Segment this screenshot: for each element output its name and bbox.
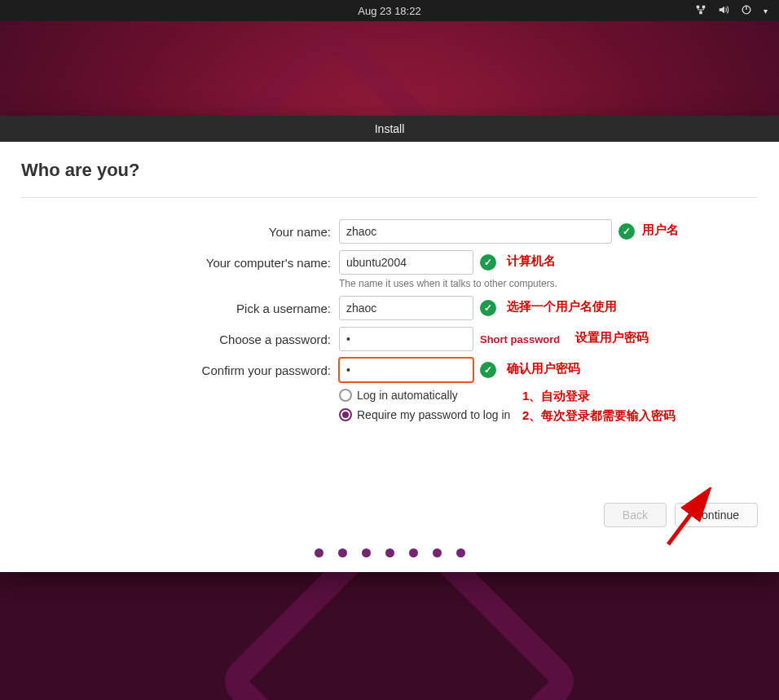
row-confirm: Confirm your password: 确认用户密码	[21, 358, 758, 382]
check-icon	[480, 300, 496, 316]
check-icon	[618, 223, 635, 240]
username-label: Pick a username:	[21, 302, 339, 315]
dot	[315, 548, 323, 557]
window-title: Install	[375, 122, 405, 135]
svg-rect-0	[697, 5, 700, 8]
password-strength-warning: Short password	[480, 333, 560, 346]
name-input[interactable]	[339, 219, 612, 244]
installer-window: Install Who are you? Your name: 用户名 Your…	[0, 116, 779, 572]
dot	[456, 548, 465, 557]
name-label: Your name:	[21, 225, 339, 239]
annotation-computer: 计算机名	[507, 253, 556, 269]
annotation-require-password: 2、每次登录都需要输入密码	[522, 408, 676, 424]
dot	[385, 548, 394, 557]
dot	[409, 548, 418, 557]
volume-icon[interactable]	[718, 4, 729, 18]
annotation-pick-username: 选择一个用户名使用	[507, 299, 617, 315]
check-icon	[480, 362, 496, 378]
password-input[interactable]	[339, 327, 473, 351]
system-tray: ▾	[695, 4, 768, 18]
computer-label: Your computer's name:	[21, 256, 339, 270]
page-heading: Who are you?	[21, 160, 758, 181]
password-label: Choose a password:	[21, 332, 339, 346]
username-input[interactable]	[339, 296, 473, 320]
confirm-label: Confirm your password:	[21, 363, 339, 377]
network-icon[interactable]	[695, 4, 706, 18]
row-username: Pick a username: 选择一个用户名使用	[21, 296, 758, 320]
user-form: Your name: 用户名 Your computer's name: 计算机…	[21, 219, 758, 495]
power-icon[interactable]	[741, 4, 752, 18]
auto-login-label[interactable]: Log in automatically	[357, 389, 458, 402]
dot	[433, 548, 442, 557]
row-name: Your name: 用户名	[21, 219, 758, 244]
row-computer: Your computer's name: 计算机名	[21, 250, 758, 275]
annotation-confirm-password: 确认用户密码	[507, 361, 580, 376]
progress-dots	[21, 548, 758, 557]
clock[interactable]: Aug 23 18:22	[358, 5, 420, 17]
back-button: Back	[604, 503, 667, 527]
divider	[21, 197, 758, 198]
footer-buttons: Back Continue	[21, 495, 758, 527]
annotation-set-password: 设置用户密码	[575, 330, 649, 346]
svg-rect-1	[702, 5, 706, 8]
dot	[362, 548, 371, 557]
window-titlebar: Install	[0, 116, 779, 142]
row-password: Choose a password: Short password 设置用户密码	[21, 327, 758, 351]
confirm-password-input[interactable]	[339, 358, 473, 382]
continue-button[interactable]: Continue	[675, 503, 758, 527]
dot	[338, 548, 347, 557]
computer-input[interactable]	[339, 250, 473, 275]
annotation-auto-login: 1、自动登录	[522, 389, 590, 404]
chevron-down-icon[interactable]: ▾	[764, 7, 768, 15]
annotation-username: 用户名	[642, 222, 679, 238]
top-menu-bar: Aug 23 18:22 ▾	[0, 0, 779, 21]
check-icon	[480, 254, 496, 271]
svg-rect-2	[699, 11, 702, 14]
require-password-label[interactable]: Require my password to log in	[357, 408, 510, 421]
row-auto-login: Log in automatically 1、自动登录	[339, 389, 758, 402]
auto-login-radio[interactable]	[339, 389, 352, 402]
require-password-radio[interactable]	[339, 408, 352, 421]
computer-hint: The name it uses when it talks to other …	[339, 278, 758, 289]
row-require-password: Require my password to log in 2、每次登录都需要输…	[339, 408, 758, 421]
